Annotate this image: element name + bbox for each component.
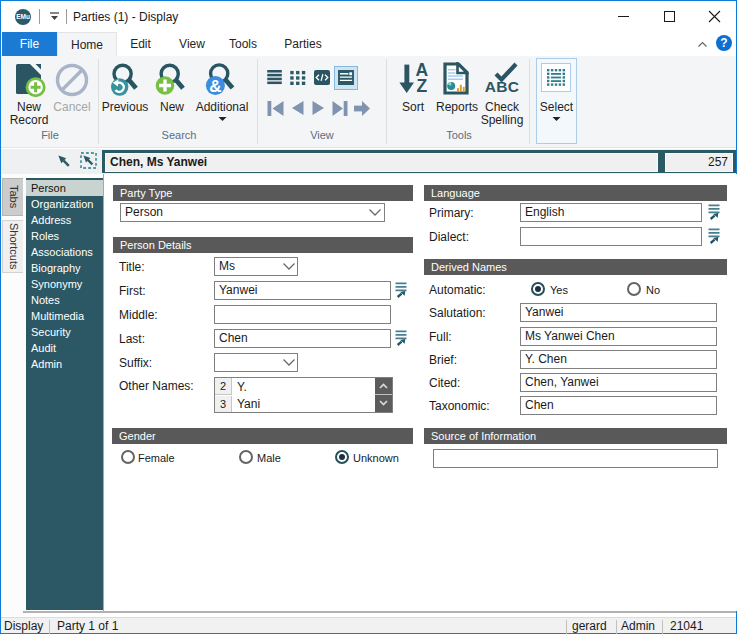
svg-text:Z: Z — [416, 76, 427, 96]
svg-text:&: & — [209, 77, 221, 96]
svg-text:ABC: ABC — [485, 78, 519, 94]
